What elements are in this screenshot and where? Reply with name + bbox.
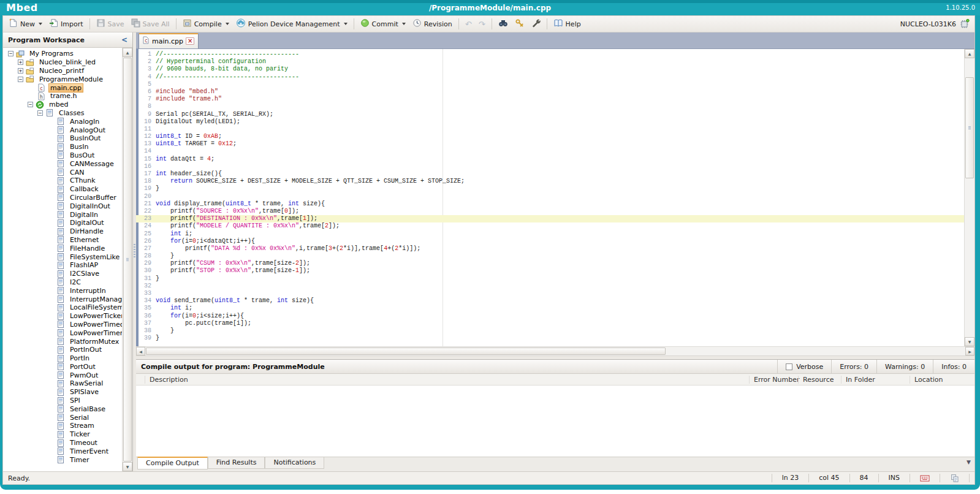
column-header-resource[interactable]: Resource: [798, 376, 841, 384]
save-button[interactable]: Save: [93, 17, 127, 31]
tree-item-analogout[interactable]: AnalogOut: [3, 126, 122, 134]
tree-item-localfilesystem[interactable]: LocalFileSystem: [3, 303, 122, 312]
revision-button[interactable]: Revision: [409, 17, 455, 31]
tree-item-digitalin[interactable]: DigitalIn: [3, 210, 122, 219]
tab-main-cpp[interactable]: c main.cpp ×: [139, 33, 199, 48]
tree-scrollbar[interactable]: ▲ ▼: [122, 48, 132, 471]
tree-item-nucleo-blink-led[interactable]: +Nucleo_blink_led: [3, 58, 122, 67]
tabs-overflow-chevron[interactable]: ▼: [967, 459, 971, 465]
tree-item-timerevent[interactable]: TimerEvent: [3, 447, 122, 455]
new-button[interactable]: New: [6, 17, 45, 31]
scroll-up-icon[interactable]: ▲: [123, 48, 132, 57]
tree-item-ethernet[interactable]: Ethernet: [3, 236, 122, 245]
warnings-count[interactable]: Warnings: 0: [876, 360, 933, 373]
tree-item-portout[interactable]: PortOut: [3, 362, 122, 371]
import-button[interactable]: Import: [46, 17, 86, 31]
code-line-24[interactable]: 24 printf("MODELE / QUANTITE : 0x%x\n",t…: [136, 222, 964, 230]
tab-compile-output[interactable]: Compile Output: [137, 457, 208, 469]
tree-item-interruptin[interactable]: InterruptIn: [3, 286, 122, 295]
infos-count[interactable]: Infos: 0: [933, 360, 974, 373]
code-line-39[interactable]: 39}: [136, 335, 964, 342]
tree-item-classes[interactable]: −Classes: [3, 109, 122, 118]
undo-button[interactable]: ↶: [462, 19, 475, 29]
code-editor[interactable]: 1//-------------------------------------…: [136, 49, 974, 346]
code-line-10[interactable]: 10DigitalOut myled(LED1);: [136, 118, 964, 126]
scroll-down-icon[interactable]: ▼: [965, 337, 974, 346]
code-line-37[interactable]: 37 pc.putc(trame[i]);: [136, 320, 964, 327]
scrollbar-thumb[interactable]: [146, 348, 666, 355]
column-header-in-folder[interactable]: In Folder: [841, 376, 910, 384]
code-line-20[interactable]: 20: [136, 193, 964, 200]
column-header-error-number[interactable]: Error Number: [749, 376, 798, 384]
tab-find-results[interactable]: Find Results: [208, 457, 265, 469]
code-line-31[interactable]: 31}: [136, 275, 964, 283]
tree-item-dirhandle[interactable]: DirHandle: [3, 227, 122, 236]
code-line-28[interactable]: 28 }: [136, 253, 964, 260]
redo-button[interactable]: ↷: [476, 19, 488, 29]
code-line-19[interactable]: 19}: [136, 185, 964, 192]
tree-item-busin[interactable]: BusIn: [3, 143, 122, 151]
tree-item-callback[interactable]: Callback: [3, 185, 122, 194]
collapse-sidebar-icon[interactable]: <: [121, 36, 127, 44]
help-button[interactable]: Help: [550, 17, 584, 31]
code-line-9[interactable]: 9Serial pc(SERIAL_TX, SERIAL_RX);: [136, 111, 964, 118]
code-line-1[interactable]: 1//-------------------------------------: [136, 51, 964, 58]
chevron-down-icon[interactable]: [402, 23, 406, 25]
close-tab-icon[interactable]: ×: [186, 37, 194, 45]
tree-item-i2cslave[interactable]: I2CSlave: [3, 270, 122, 278]
compile-button[interactable]: Compile: [180, 17, 232, 31]
tree-item-my-programs[interactable]: −My Programs: [3, 50, 122, 58]
collapse-icon[interactable]: −: [18, 77, 23, 82]
tree-item-programmemodule[interactable]: −ProgrammeModule: [3, 75, 122, 83]
code-line-15[interactable]: 15int dataQtt = 4;: [136, 156, 964, 163]
tree-item-filesystemlike[interactable]: FileSystemLike: [3, 253, 122, 261]
tree-item-filehandle[interactable]: FileHandle: [3, 244, 122, 253]
code-line-26[interactable]: 26 for(i=0;i<dataQtt;i++){: [136, 238, 964, 245]
code-line-36[interactable]: 36 for(i=0;i<size;i++){: [136, 313, 964, 320]
scroll-right-icon[interactable]: ▶: [965, 347, 974, 355]
tree-item-businout[interactable]: BusInOut: [3, 134, 122, 143]
code-line-27[interactable]: 27 printf("DATA %d : 0x%x 0x%x\n",i,tram…: [136, 245, 964, 253]
code-line-25[interactable]: 25 int i;: [136, 230, 964, 238]
code-line-5[interactable]: 5: [136, 81, 964, 88]
keys-button[interactable]: [512, 17, 528, 31]
collapse-icon[interactable]: −: [8, 51, 13, 56]
editor-horizontal-scrollbar[interactable]: ◀ ▶: [136, 346, 974, 355]
code-line-11[interactable]: 11: [136, 126, 964, 133]
verbose-toggle[interactable]: Verbose: [777, 360, 831, 373]
tree-item-digitalout[interactable]: DigitalOut: [3, 219, 122, 227]
tree-item-lowpowertimeout[interactable]: LowPowerTimeout: [3, 321, 122, 329]
tree-item-spislave[interactable]: SPISlave: [3, 388, 122, 397]
scrollbar-thumb[interactable]: [123, 58, 132, 462]
scrollbar-thumb[interactable]: [965, 77, 974, 178]
code-line-18[interactable]: 18 return SOURCE_SIZE + DEST_SIZE + MODE…: [136, 178, 964, 185]
tree-item-lowpowertimer[interactable]: LowPowerTimer: [3, 329, 122, 337]
errors-count[interactable]: Errors: 0: [831, 360, 876, 373]
scroll-up-icon[interactable]: ▲: [965, 49, 974, 58]
code-line-32[interactable]: 32: [136, 283, 964, 290]
device-chip-icon[interactable]: [959, 18, 970, 30]
chevron-down-icon[interactable]: [344, 23, 348, 25]
expand-icon[interactable]: +: [18, 59, 23, 65]
tree-item-mbed[interactable]: −mbed: [3, 101, 122, 109]
collapse-icon[interactable]: −: [37, 110, 43, 116]
tree-item-canmessage[interactable]: CANMessage: [3, 159, 122, 168]
code-line-21[interactable]: 21void display_trame(uint8_t * trame, in…: [136, 200, 964, 208]
code-line-22[interactable]: 22 printf("SOURCE : 0x%x\n",trame[0]);: [136, 208, 964, 215]
code-line-16[interactable]: 16: [136, 163, 964, 170]
code-line-4[interactable]: 4//-------------------------------------: [136, 74, 964, 81]
code-line-3[interactable]: 3// 9600 bauds, 8-bit data, no parity: [136, 66, 964, 73]
tree-item-can[interactable]: CAN: [3, 168, 122, 177]
code-line-12[interactable]: 12uint8_t ID = 0xAB;: [136, 133, 964, 140]
code-line-23[interactable]: 23 printf("DESTINATION : 0x%x\n",trame[1…: [136, 215, 964, 222]
tree-item-trame-h[interactable]: htrame.h: [3, 92, 122, 101]
pelion-device-management-button[interactable]: Pelion Device Management: [233, 17, 351, 31]
code-line-35[interactable]: 35 int i;: [136, 305, 964, 312]
scroll-left-icon[interactable]: ◀: [136, 347, 145, 355]
tree-item-nucleo-printf[interactable]: +Nucleo_printf: [3, 67, 122, 75]
find-button[interactable]: [495, 17, 511, 31]
tree-item-main-cpp[interactable]: cmain.cpp: [3, 83, 122, 92]
tree-item-flashiap[interactable]: FlashIAP: [3, 261, 122, 270]
expand-icon[interactable]: +: [18, 68, 23, 74]
tree-item-serial[interactable]: Serial: [3, 413, 122, 422]
